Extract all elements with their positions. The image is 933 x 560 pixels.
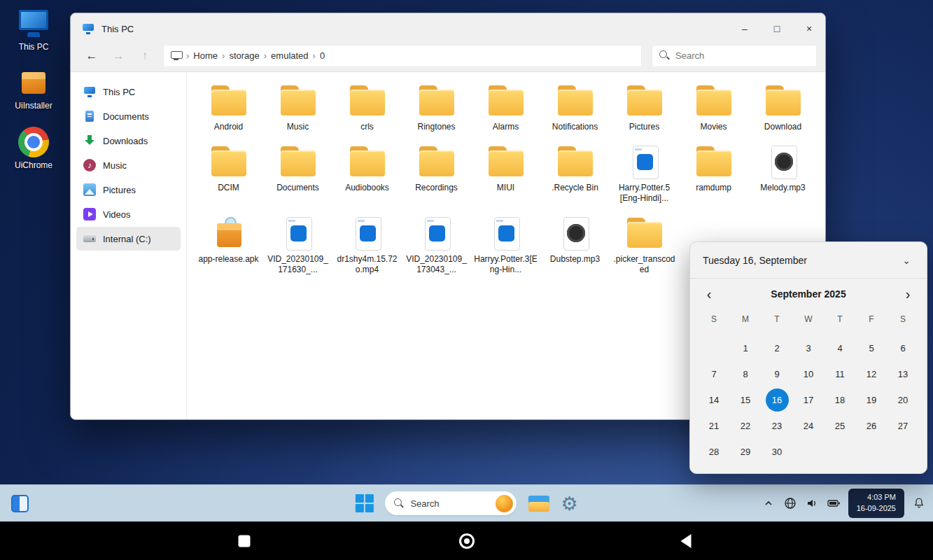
- calendar-day[interactable]: 4: [825, 335, 856, 361]
- maximize-button[interactable]: □: [761, 13, 793, 44]
- calendar-day[interactable]: 19: [856, 387, 888, 413]
- file-item[interactable]: app-release.apk: [195, 216, 262, 276]
- network-globe-icon[interactable]: [783, 496, 797, 510]
- file-icon: [208, 216, 250, 251]
- volume-icon[interactable]: [805, 496, 819, 510]
- calendar-day[interactable]: 26: [856, 413, 888, 439]
- sidebar-item[interactable]: Internal (C:): [76, 227, 181, 251]
- file-item[interactable]: VID_20230109_173043_...: [403, 216, 470, 276]
- calendar-day[interactable]: 30: [762, 439, 793, 465]
- sidebar-item[interactable]: Pictures: [76, 178, 181, 202]
- recents-button[interactable]: [239, 535, 251, 547]
- settings-gear-icon[interactable]: ⚙: [561, 494, 577, 513]
- file-item[interactable]: Music: [265, 83, 332, 133]
- file-item[interactable]: crls: [334, 83, 401, 133]
- calendar-next-icon[interactable]: ›: [900, 287, 916, 301]
- calendar-day[interactable]: 11: [825, 361, 856, 387]
- explorer-search-box[interactable]: [652, 45, 817, 67]
- taskbar-clock[interactable]: 4:03 PM 16-09-2025: [848, 489, 904, 518]
- calendar-day[interactable]: [699, 335, 730, 361]
- calendar-day[interactable]: 18: [825, 387, 856, 413]
- sidebar-item[interactable]: Videos: [76, 202, 181, 226]
- file-item[interactable]: Movies: [680, 83, 748, 133]
- taskbar-corner-icon[interactable]: [11, 495, 29, 512]
- file-explorer-taskbar-icon[interactable]: [527, 494, 549, 513]
- file-item[interactable]: .Recycle Bin: [542, 144, 609, 204]
- calendar-day[interactable]: 25: [825, 413, 856, 439]
- calendar-day[interactable]: 6: [888, 335, 919, 361]
- calendar-day[interactable]: 23: [762, 413, 793, 439]
- chevron-down-icon[interactable]: ⌄: [896, 250, 917, 271]
- window-titlebar[interactable]: This PC – □ ×: [71, 13, 825, 44]
- battery-icon[interactable]: [827, 496, 841, 510]
- file-item[interactable]: Alarms: [472, 83, 540, 133]
- file-item[interactable]: Harry.Potter.5 [Eng-Hindi]...: [611, 144, 678, 204]
- calendar-day[interactable]: 1: [730, 335, 762, 361]
- calendar-day[interactable]: 28: [699, 439, 730, 465]
- calendar-day[interactable]: 8: [730, 361, 762, 387]
- calendar-day[interactable]: 10: [793, 361, 825, 387]
- file-item[interactable]: Dubstep.mp3: [542, 216, 609, 276]
- start-button[interactable]: [355, 494, 373, 512]
- file-item[interactable]: Pictures: [611, 83, 678, 133]
- file-item[interactable]: .picker_transcoded: [611, 216, 678, 276]
- calendar-day[interactable]: 21: [699, 413, 730, 439]
- desktop-icon[interactable]: This PC: [4, 8, 63, 52]
- file-item[interactable]: dr1shy4m.15.72o.mp4: [334, 216, 401, 276]
- calendar-day[interactable]: 22: [730, 413, 762, 439]
- sidebar-item[interactable]: Music: [76, 153, 181, 177]
- breadcrumb-segment[interactable]: Home: [193, 50, 218, 61]
- file-item[interactable]: Notifications: [542, 83, 609, 133]
- calendar-day[interactable]: 20: [888, 387, 919, 413]
- file-item[interactable]: Harryy.Potter.3[Eng-Hin...: [472, 216, 540, 276]
- desktop-icon[interactable]: UiInstaller: [4, 67, 63, 111]
- file-item[interactable]: Ringtones: [403, 83, 470, 133]
- calendar-day[interactable]: 3: [793, 335, 825, 361]
- file-item[interactable]: MIUI: [472, 144, 540, 204]
- file-item[interactable]: Android: [195, 83, 262, 133]
- sidebar-item[interactable]: This PC: [76, 80, 181, 104]
- file-item[interactable]: Melody.mp3: [750, 144, 817, 204]
- up-icon[interactable]: ↑: [136, 49, 153, 63]
- breadcrumb-segment[interactable]: emulated: [271, 50, 308, 61]
- home-button[interactable]: [459, 533, 475, 549]
- chevron-right-icon: ›: [186, 50, 189, 61]
- file-item[interactable]: Audiobooks: [334, 144, 401, 204]
- calendar-prev-icon[interactable]: ‹: [701, 287, 717, 301]
- file-item[interactable]: VID_20230109_171630_...: [265, 216, 332, 276]
- calendar-day[interactable]: 16: [766, 388, 789, 412]
- calendar-day[interactable]: 2: [762, 335, 793, 361]
- calendar-day[interactable]: 9: [762, 361, 793, 387]
- calendar-day[interactable]: 7: [699, 361, 730, 387]
- taskbar-search[interactable]: Search: [384, 491, 516, 515]
- close-button[interactable]: ×: [793, 13, 825, 44]
- calendar-day[interactable]: 14: [699, 387, 730, 413]
- sidebar-item[interactable]: Documents: [76, 104, 181, 128]
- file-item[interactable]: ramdump: [680, 144, 748, 204]
- back-button[interactable]: [680, 534, 691, 548]
- minimize-button[interactable]: –: [729, 13, 761, 44]
- chevron-up-icon[interactable]: [762, 496, 776, 510]
- file-item[interactable]: Documents: [265, 144, 332, 204]
- calendar-day[interactable]: 29: [730, 439, 762, 465]
- file-item[interactable]: Recordings: [403, 144, 470, 204]
- explorer-search-input[interactable]: [675, 50, 809, 61]
- calendar-day[interactable]: 27: [888, 413, 919, 439]
- breadcrumb-segment[interactable]: 0: [320, 50, 325, 61]
- calendar-day[interactable]: 15: [730, 387, 762, 413]
- calendar-day[interactable]: 17: [793, 387, 825, 413]
- forward-icon[interactable]: →: [110, 49, 127, 63]
- breadcrumb[interactable]: › Home › storage › emulated › 0: [163, 45, 642, 67]
- sidebar-item[interactable]: Downloads: [76, 129, 181, 153]
- breadcrumb-segment[interactable]: storage: [229, 50, 259, 61]
- back-icon[interactable]: ←: [83, 49, 100, 63]
- desktop-icon[interactable]: UiChrome: [4, 127, 63, 170]
- file-item[interactable]: Download: [750, 83, 817, 133]
- calendar-day[interactable]: 12: [856, 361, 888, 387]
- file-item[interactable]: DCIM: [195, 144, 262, 204]
- calendar-month-label[interactable]: September 2025: [717, 288, 900, 300]
- calendar-day[interactable]: 5: [856, 335, 888, 361]
- notification-bell-icon[interactable]: [912, 496, 926, 510]
- calendar-day[interactable]: 24: [793, 413, 825, 439]
- calendar-day[interactable]: 13: [888, 361, 919, 387]
